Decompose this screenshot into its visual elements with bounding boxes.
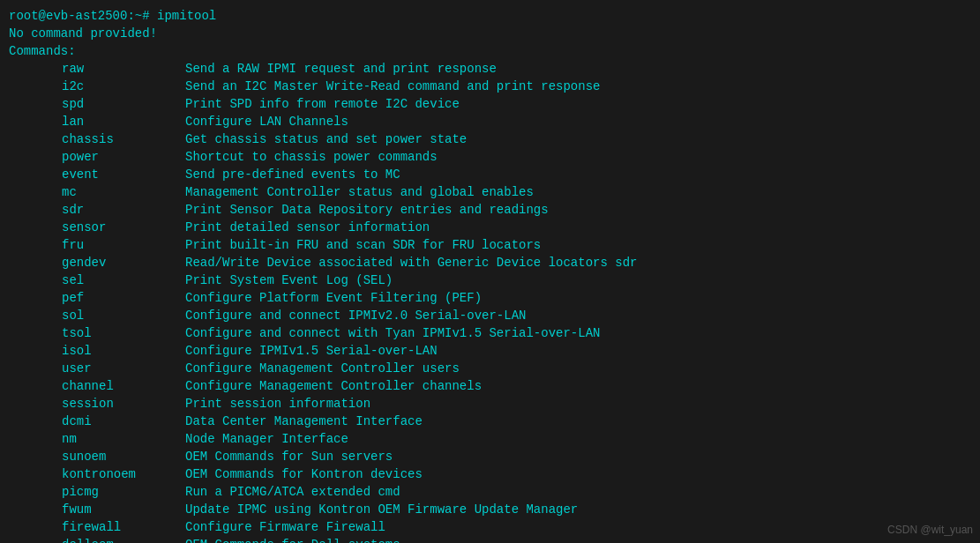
command-row: selPrint System Event Log (SEL) (9, 272, 971, 289)
command-description: OEM Commands for Sun servers (185, 448, 393, 465)
command-description: Print detailed sensor information (185, 219, 430, 236)
command-description: Print Sensor Data Repository entries and… (185, 201, 549, 219)
command-description: Run a PICMG/ATCA extended cmd (185, 483, 400, 501)
command-name: fwum (9, 501, 185, 518)
command-row: solConfigure and connect IPMIv2.0 Serial… (9, 307, 971, 324)
command-description: Configure Platform Event Filtering (PEF) (185, 289, 482, 307)
command-name: isol (9, 342, 185, 360)
command-name: i2c (9, 78, 185, 95)
command-row: spdPrint SPD info from remote I2C device (9, 95, 971, 113)
command-name: lan (9, 113, 185, 130)
command-row: powerShortcut to chassis power commands (9, 148, 971, 166)
command-name: power (9, 148, 185, 166)
command-description: Configure and connect IPMIv2.0 Serial-ov… (185, 307, 526, 324)
command-name: channel (9, 377, 185, 395)
command-name: user (9, 360, 185, 377)
command-description: Update IPMC using Kontron OEM Firmware U… (185, 501, 578, 518)
command-row: i2cSend an I2C Master Write-Read command… (9, 78, 971, 95)
command-name: picmg (9, 483, 185, 501)
command-name: gendev (9, 254, 185, 272)
command-name: delloem (9, 536, 185, 543)
command-row: sensorPrint detailed sensor information (9, 219, 971, 236)
command-description: Print SPD info from remote I2C device (185, 95, 460, 113)
command-row: chassisGet chassis status and set power … (9, 130, 971, 148)
command-name: chassis (9, 130, 185, 148)
command-description: Read/Write Device associated with Generi… (185, 254, 637, 272)
command-name: pef (9, 289, 185, 307)
command-description: OEM Commands for Kontron devices (185, 465, 423, 483)
command-description: Send pre-defined events to MC (185, 166, 400, 183)
command-name: session (9, 395, 185, 413)
terminal-window: root@evb-ast2500:~# ipmitool No command … (0, 0, 980, 543)
command-row: rawSend a RAW IPMI request and print res… (9, 60, 971, 78)
command-row: eventSend pre-defined events to MC (9, 166, 971, 183)
command-name: firewall (9, 518, 185, 536)
command-row: fruPrint built-in FRU and scan SDR for F… (9, 236, 971, 254)
command-row: sessionPrint session information (9, 395, 971, 413)
command-row: isolConfigure IPMIv1.5 Serial-over-LAN (9, 342, 971, 360)
command-row: sdrPrint Sensor Data Repository entries … (9, 201, 971, 219)
command-row: mcManagement Controller status and globa… (9, 183, 971, 201)
command-description: Node Manager Interface (185, 430, 348, 448)
command-row: dcmiData Center Management Interface (9, 413, 971, 430)
command-description: Configure Management Controller channels (185, 377, 482, 395)
command-row: tsolConfigure and connect with Tyan IPMI… (9, 324, 971, 342)
command-row: picmgRun a PICMG/ATCA extended cmd (9, 483, 971, 501)
commands-list: rawSend a RAW IPMI request and print res… (9, 60, 971, 543)
command-row: lanConfigure LAN Channels (9, 113, 971, 130)
command-name: raw (9, 60, 185, 78)
command-description: Shortcut to chassis power commands (185, 148, 438, 166)
command-row: userConfigure Management Controller user… (9, 360, 971, 377)
command-name: sel (9, 272, 185, 289)
commands-header: Commands: (9, 42, 971, 60)
command-description: Get chassis status and set power state (185, 130, 467, 148)
command-row: nmNode Manager Interface (9, 430, 971, 448)
command-row: kontronoemOEM Commands for Kontron devic… (9, 465, 971, 483)
command-description: Management Controller status and global … (185, 183, 534, 201)
watermark: CSDN @wit_yuan (887, 524, 973, 536)
command-row: channelConfigure Management Controller c… (9, 377, 971, 395)
command-name: kontronoem (9, 465, 185, 483)
command-row: fwumUpdate IPMC using Kontron OEM Firmwa… (9, 501, 971, 518)
prompt-line: root@evb-ast2500:~# ipmitool (9, 7, 971, 25)
command-row: gendevRead/Write Device associated with … (9, 254, 971, 272)
command-name: dcmi (9, 413, 185, 430)
command-name: fru (9, 236, 185, 254)
command-name: sdr (9, 201, 185, 219)
command-description: Configure Firmware Firewall (185, 518, 385, 536)
command-description: Print built-in FRU and scan SDR for FRU … (185, 236, 541, 254)
command-description: Configure LAN Channels (185, 113, 348, 130)
command-description: Send an I2C Master Write-Read command an… (185, 78, 600, 95)
command-description: OEM Commands for Dell systems (185, 536, 400, 543)
command-description: Configure Management Controller users (185, 360, 460, 377)
command-name: sol (9, 307, 185, 324)
command-description: Configure and connect with Tyan IPMIv1.5… (185, 324, 600, 342)
command-row: delloemOEM Commands for Dell systems (9, 536, 971, 543)
command-row: pefConfigure Platform Event Filtering (P… (9, 289, 971, 307)
command-description: Data Center Management Interface (185, 413, 423, 430)
command-description: Send a RAW IPMI request and print respon… (185, 60, 497, 78)
command-name: tsol (9, 324, 185, 342)
command-description: Configure IPMIv1.5 Serial-over-LAN (185, 342, 438, 360)
command-name: nm (9, 430, 185, 448)
no-command-line: No command provided! (9, 25, 971, 42)
command-name: spd (9, 95, 185, 113)
command-description: Print System Event Log (SEL) (185, 272, 393, 289)
command-description: Print session information (185, 395, 370, 413)
command-name: event (9, 166, 185, 183)
command-name: mc (9, 183, 185, 201)
command-name: sensor (9, 219, 185, 236)
command-row: firewallConfigure Firmware Firewall (9, 518, 971, 536)
command-name: sunoem (9, 448, 185, 465)
command-row: sunoemOEM Commands for Sun servers (9, 448, 971, 465)
